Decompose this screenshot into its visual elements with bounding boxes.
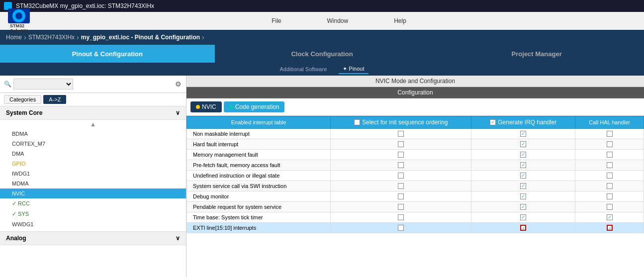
call-hal-cb[interactable] [607,162,613,168]
col-header-init-seq: Select for init sequence ordering [331,116,471,129]
breadcrumb-file[interactable]: my_gpio_exti.ioc - Pinout & Configuratio… [81,34,200,41]
init-seq-cb[interactable] [398,162,404,168]
tab-pinout[interactable]: Pinout & Configuration [0,45,215,63]
table-row: System service call via SWI instruction [187,181,644,191]
col-header-interrupt: Enabled interrupt table [187,116,331,129]
nvic-dot-teal [229,105,233,109]
content-mode-header: NVIC Mode and Configuration [186,76,644,87]
title-text: STM32CubeMX my_gpio_exti.ioc: STM32H743X… [16,2,154,9]
tab-categories[interactable]: Categories [4,95,41,104]
sidebar-section-system-core[interactable]: System Core ∨ [0,106,186,120]
main-layout: 🔍 ⚙ Categories A->Z System Core ∨ ▲ BDMA… [0,76,644,277]
col-header-init-cb[interactable] [354,119,360,125]
call-hal-cb[interactable] [607,204,613,210]
table-row-exti: EXTI line[15:10] interrupts [187,223,644,233]
call-hal-cb[interactable] [607,141,613,147]
generate-irq-cb[interactable] [520,131,526,137]
generate-irq-cb[interactable] [520,152,526,158]
generate-irq-cb[interactable] [520,141,526,147]
generate-irq-cb[interactable] [520,162,526,168]
search-dropdown[interactable] [13,79,73,90]
table-row: Hard fault interrupt [187,139,644,150]
tab-bar: Pinout & Configuration Clock Configurati… [0,45,644,63]
nvic-tab-code-generation[interactable]: Code generation [224,101,285,112]
col-header-call-hal: Call HAL handler [575,116,644,129]
sidebar-section-analog[interactable]: Analog ∨ [0,231,186,245]
tab-az[interactable]: A->Z [43,95,66,104]
search-icon: 🔍 [4,81,11,88]
init-seq-cb[interactable] [398,214,404,220]
table-row: Pendable request for system service [187,202,644,212]
generate-irq-cb[interactable] [520,214,526,220]
init-seq-cb[interactable] [398,131,404,137]
settings-icon[interactable]: ⚙ [174,80,182,88]
init-seq-cb[interactable] [398,173,404,179]
menu-help[interactable]: Help [386,15,414,26]
sidebar-items-system-core: BDMA CORTEX_M7 DMA GPIO IWDG1 MDMA NVIC … [0,129,186,229]
generate-irq-cb-cell [471,129,575,139]
interrupt-name: System service call via SWI instruction [187,181,331,191]
interrupt-name: Time base: System tick timer [187,212,331,223]
nvic-dot-yellow [196,105,200,109]
menu-window[interactable]: Window [319,15,356,26]
interrupt-name: Pre-fetch fault, memory access fault [187,160,331,171]
generate-irq-cb[interactable] [520,183,526,189]
sidebar-item-bdma[interactable]: BDMA [0,129,186,139]
sidebar-item-wwdg[interactable]: WWDG1 [0,219,186,229]
sidebar-item-sys[interactable]: SYS [0,209,186,219]
call-hal-cb[interactable] [607,152,613,158]
breadcrumb-home[interactable]: Home [6,34,22,41]
init-seq-cb[interactable] [398,152,404,158]
sidebar: 🔍 ⚙ Categories A->Z System Core ∨ ▲ BDMA… [0,76,186,277]
col-header-generate-cb[interactable] [490,119,496,125]
call-hal-cb-cell [575,129,644,139]
stm32-logo: STM32CubeMX [8,8,30,33]
table-row: Pre-fetch fault, memory access fault [187,160,644,171]
sub-tab-additional[interactable]: Additional Software [276,65,331,73]
call-hal-cb-exti[interactable] [607,225,613,231]
call-hal-cb[interactable] [607,173,613,179]
generate-irq-cb[interactable] [520,193,526,199]
interrupt-name: Memory management fault [187,150,331,160]
call-hal-cb[interactable] [607,214,613,220]
init-seq-cb[interactable] [398,141,404,147]
section-label-system-core: System Core [6,109,42,116]
call-hal-cb[interactable] [607,183,613,189]
breadcrumb-chip[interactable]: STM32H743XIHx [28,34,75,41]
sidebar-item-dma[interactable]: DMA [0,149,186,159]
sidebar-item-mdma[interactable]: MDMA [0,179,186,188]
interrupt-name: Hard fault interrupt [187,139,331,150]
sidebar-item-nvic[interactable]: NVIC [0,188,186,198]
scroll-up-arrow[interactable]: ▲ [0,120,186,129]
section-expand-icon: ∨ [176,235,180,242]
init-seq-cb[interactable] [398,193,404,199]
sidebar-item-cortex[interactable]: CORTEX_M7 [0,139,186,149]
nvic-tab-nvic[interactable]: NVIC [190,101,222,112]
generate-irq-cb[interactable] [520,204,526,210]
breadcrumb: Home › STM32H743XIHx › my_gpio_exti.ioc … [0,30,644,45]
nvic-tabs: NVIC Code generation [186,98,644,116]
table-row: Non maskable interrupt [187,129,644,139]
col-header-generate-irq: Generate IRQ handler [471,116,575,129]
sidebar-item-iwdg[interactable]: IWDG1 [0,169,186,179]
tab-project[interactable]: Project Manager [429,45,644,63]
generate-irq-cb-exti[interactable] [520,225,526,231]
call-hal-cb[interactable] [607,131,613,137]
menu-file[interactable]: File [264,15,289,26]
sidebar-category-tabs: Categories A->Z [0,93,186,106]
nvic-tab-code-label: Code generation [235,103,279,110]
init-seq-cb-exti[interactable] [398,225,404,231]
menu-bar: STM32CubeMX File Window Help [0,12,644,30]
sidebar-item-rcc[interactable]: RCC [0,198,186,209]
sidebar-item-gpio[interactable]: GPIO [0,159,186,169]
generate-irq-cb[interactable] [520,173,526,179]
interrupt-name: Non maskable interrupt [187,129,331,139]
sub-tab-pinout[interactable]: ✦ Pinout [339,65,368,74]
tab-clock[interactable]: Clock Configuration [215,45,430,63]
config-header: Configuration [186,87,644,98]
init-seq-cb[interactable] [398,183,404,189]
init-seq-cb[interactable] [398,204,404,210]
call-hal-cb[interactable] [607,193,613,199]
title-bar: STM32CubeMX my_gpio_exti.ioc: STM32H743X… [0,0,644,12]
sub-tab-bar: Additional Software ✦ Pinout [0,63,644,76]
